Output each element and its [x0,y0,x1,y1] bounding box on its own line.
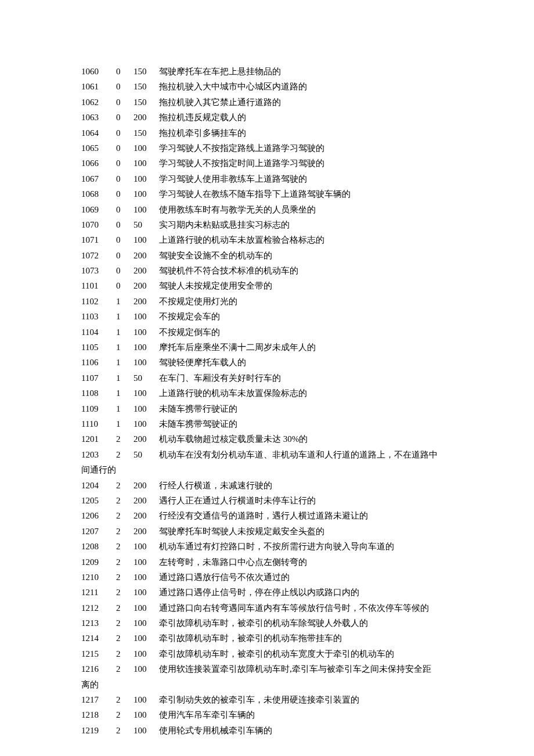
points: 0 [116,248,134,263]
table-row: 1070050实习期内未粘贴或悬挂实习标志的 [81,217,453,232]
table-row: 11010200驾驶人未按规定使用安全带的 [81,278,453,293]
violation-description: 拖拉机牵引多辆挂车的 [159,125,453,141]
fine-amount: 100 [134,309,159,324]
fine-amount: 100 [134,723,159,738]
violation-code: 1216 [81,661,116,676]
violation-code: 1104 [81,325,116,340]
points: 0 [116,79,134,94]
points: 1 [116,416,134,431]
violation-description: 行经没有交通信号的道路时，遇行人横过道路未避让的 [159,508,453,523]
violation-description: 学习驾驶人不按指定时间上道路学习驾驶的 [159,156,453,171]
violation-description: 拖拉机驶入大中城市中心城区内道路的 [159,79,453,94]
points: 2 [116,692,134,707]
fine-amount: 100 [134,661,159,676]
table-row: 12092100左转弯时，未靠路口中心点左侧转弯的 [81,555,453,570]
table-row: 10670100学习驾驶人使用非教练车上道路驾驶的 [81,171,453,186]
fine-amount: 50 [134,217,159,232]
points: 2 [116,723,134,738]
violation-description: 牵引故障机动车时，被牵引的机动车拖带挂车的 [159,631,453,646]
table-row: 11041100不按规定倒车的 [81,325,453,340]
points: 0 [116,156,134,171]
points: 2 [116,615,134,631]
violation-description: 未随车携带驾驶证的 [159,416,453,431]
table-row: 10730200驾驶机件不符合技术标准的机动车的 [81,263,453,278]
fine-amount: 150 [134,79,159,94]
fine-amount: 200 [134,508,159,523]
violation-description: 牵引故障机动车时，被牵引的机动车除驾驶人外载人的 [159,615,453,631]
fine-amount: 100 [134,707,159,722]
violation-description: 使用轮式专用机械牵引车辆的 [159,723,453,738]
violation-description: 遇行人正在通过人行横道时未停车让行的 [159,493,453,508]
table-row: 12102100通过路口遇放行信号不依次通过的 [81,570,453,585]
points: 2 [116,508,134,523]
fine-amount: 150 [134,125,159,141]
table-row: 11031100不按规定会车的 [81,309,453,324]
violation-description: 学习驾驶人使用非教练车上道路驾驶的 [159,171,453,186]
points: 2 [116,585,134,600]
points: 0 [116,202,134,217]
violation-code: 1209 [81,555,116,570]
violation-description: 使用软连接装置牵引故障机动车时,牵引车与被牵引车之间未保持安全距 [159,661,453,676]
table-row: 12132100牵引故障机动车时，被牵引的机动车除驾驶人外载人的 [81,615,453,631]
violation-code: 1206 [81,508,116,523]
points: 2 [116,493,134,508]
points: 2 [116,524,134,539]
table-row: 11061100驾驶轻便摩托车载人的 [81,355,453,370]
table-row: 11091100未随车携带行驶证的 [81,401,453,416]
violation-code: 1201 [81,431,116,447]
points: 2 [116,661,134,676]
violation-code: 1105 [81,340,116,355]
violation-description: 上道路行驶的机动车未放置检验合格标志的 [159,232,453,247]
violation-code: 1218 [81,707,116,722]
violation-code: 1108 [81,386,116,401]
points: 2 [116,431,134,447]
table-row: 10710100上道路行驶的机动车未放置检验合格标志的 [81,232,453,247]
violation-description: 机动车在没有划分机动车道、非机动车道和人行道的道路上，不在道路中 [159,447,453,462]
violation-description-overflow: 离的 [81,677,453,692]
fine-amount: 100 [134,141,159,156]
violation-description: 驾驶轻便摩托车载人的 [159,355,453,370]
violation-description: 驾驶摩托车时驾驶人未按规定戴安全头盔的 [159,524,453,539]
fine-amount: 100 [134,615,159,631]
violation-code: 1207 [81,524,116,539]
fine-amount: 200 [134,294,159,309]
violation-code: 1061 [81,79,116,94]
fine-amount: 50 [134,370,159,386]
violation-description: 不按规定使用灯光的 [159,294,453,309]
violation-description: 上道路行驶的机动车未放置保险标志的 [159,386,453,401]
violation-description: 不按规定倒车的 [159,325,453,340]
violation-description: 机动车通过有灯控路口时，不按所需行进方向驶入导向车道的 [159,539,453,554]
fine-amount: 100 [134,555,159,570]
table-row: 10720200驾驶安全设施不全的机动车的 [81,248,453,263]
table-row: 12072200驾驶摩托车时驾驶人未按规定戴安全头盔的 [81,524,453,539]
points: 2 [116,631,134,646]
violation-code: 1062 [81,95,116,110]
fine-amount: 100 [134,156,159,171]
violation-code: 1067 [81,171,116,186]
fine-amount: 100 [134,692,159,707]
violation-description: 使用教练车时有与教学无关的人员乘坐的 [159,202,453,217]
violation-code: 1068 [81,186,116,201]
violation-description: 机动车载物超过核定载质量未达 30%的 [159,431,453,447]
fine-amount: 200 [134,431,159,447]
fine-amount: 200 [134,248,159,263]
points: 2 [116,707,134,722]
points: 1 [116,294,134,309]
points: 0 [116,95,134,110]
violation-description: 拖拉机违反规定载人的 [159,110,453,125]
table-row: 10610150拖拉机驶入大中城市中心城区内道路的 [81,79,453,94]
table-row: 12082100机动车通过有灯控路口时，不按所需行进方向驶入导向车道的 [81,539,453,554]
violation-code: 1215 [81,646,116,661]
points: 0 [116,125,134,141]
violation-code: 1109 [81,401,116,416]
fine-amount: 150 [134,64,159,79]
violation-description: 拖拉机驶入其它禁止通行道路的 [159,95,453,110]
table-row: 12162100使用软连接装置牵引故障机动车时,牵引车与被牵引车之间未保持安全距 [81,661,453,676]
points: 0 [116,64,134,79]
violation-code: 1063 [81,110,116,125]
fine-amount: 100 [134,186,159,201]
table-row: 11021200不按规定使用灯光的 [81,294,453,309]
fine-amount: 200 [134,493,159,508]
table-row: 12192100使用轮式专用机械牵引车辆的 [81,723,453,738]
fine-amount: 100 [134,570,159,585]
